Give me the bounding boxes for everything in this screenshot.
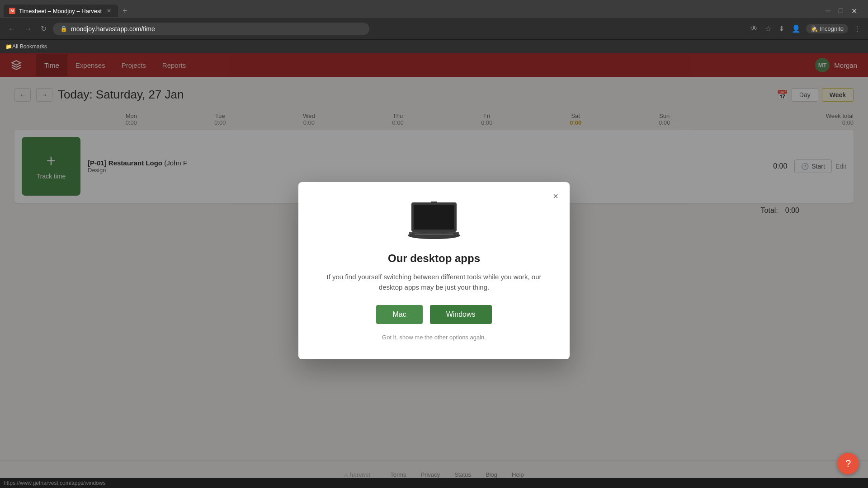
address-bar[interactable]: 🔒 (53, 23, 369, 35)
laptop-icon (405, 200, 463, 243)
modal-desc: If you find yourself switching between d… (316, 272, 552, 292)
browser-chrome: M Timesheet – Moodjoy – Harvest ✕ + ─ □ … (0, 0, 868, 53)
back-button[interactable]: ← (5, 23, 18, 35)
desktop-apps-modal: × (298, 182, 570, 359)
window-controls: ─ □ ✕ (822, 5, 864, 17)
url-input[interactable] (71, 25, 362, 33)
svg-point-4 (408, 232, 460, 239)
bookmarks-folder-icon: 📁 (5, 43, 12, 50)
tab-favicon: M (9, 8, 15, 14)
profile-icon[interactable]: 👤 (790, 23, 802, 35)
dismiss-link[interactable]: Got it, show me the other options again. (382, 334, 486, 341)
svg-rect-2 (414, 205, 454, 230)
modal-title: Our desktop apps (316, 252, 552, 265)
modal-buttons: Mac Windows (316, 305, 552, 324)
tab-title: Timesheet – Moodjoy – Harvest (19, 8, 102, 14)
svg-rect-21 (431, 202, 437, 203)
close-button[interactable]: ✕ (848, 5, 861, 17)
forward-button[interactable]: → (22, 23, 34, 35)
lock-icon: 🔒 (60, 25, 67, 32)
browser-toolbar: ← → ↻ 🔒 👁 ☆ ⬇ 👤 🕵 Incognito ⋮ (0, 18, 868, 40)
maximize-button[interactable]: □ (835, 5, 847, 17)
download-icon[interactable]: ⬇ (777, 23, 786, 35)
bookmarks-label: All Bookmarks (12, 43, 47, 50)
eye-off-icon[interactable]: 👁 (749, 23, 760, 35)
new-tab-button[interactable]: + (120, 6, 130, 16)
incognito-label: Incognito (820, 25, 844, 32)
incognito-badge: 🕵 Incognito (806, 24, 848, 33)
tab-bar: M Timesheet – Moodjoy – Harvest ✕ + ─ □ … (0, 0, 868, 18)
windows-download-button[interactable]: Windows (430, 305, 492, 324)
modal-dismiss-link[interactable]: Got it, show me the other options again. (316, 333, 552, 341)
modal-close-button[interactable]: × (549, 189, 562, 203)
mac-download-button[interactable]: Mac (376, 305, 422, 324)
incognito-icon: 🕵 (811, 25, 818, 32)
tab-close-button[interactable]: ✕ (105, 7, 113, 14)
menu-button[interactable]: ⋮ (852, 23, 863, 35)
reload-button[interactable]: ↻ (38, 23, 49, 35)
bookmark-star-icon[interactable]: ☆ (763, 23, 773, 35)
help-bubble-button[interactable]: ? (837, 453, 859, 474)
minimize-button[interactable]: ─ (822, 5, 834, 17)
bookmarks-bar: 📁 All Bookmarks (0, 40, 868, 53)
modal-overlay[interactable]: × (0, 53, 868, 488)
active-tab[interactable]: M Timesheet – Moodjoy – Harvest ✕ (4, 5, 118, 17)
modal-laptop-illustration (316, 200, 552, 243)
toolbar-actions: 👁 ☆ ⬇ 👤 🕵 Incognito ⋮ (749, 23, 863, 35)
